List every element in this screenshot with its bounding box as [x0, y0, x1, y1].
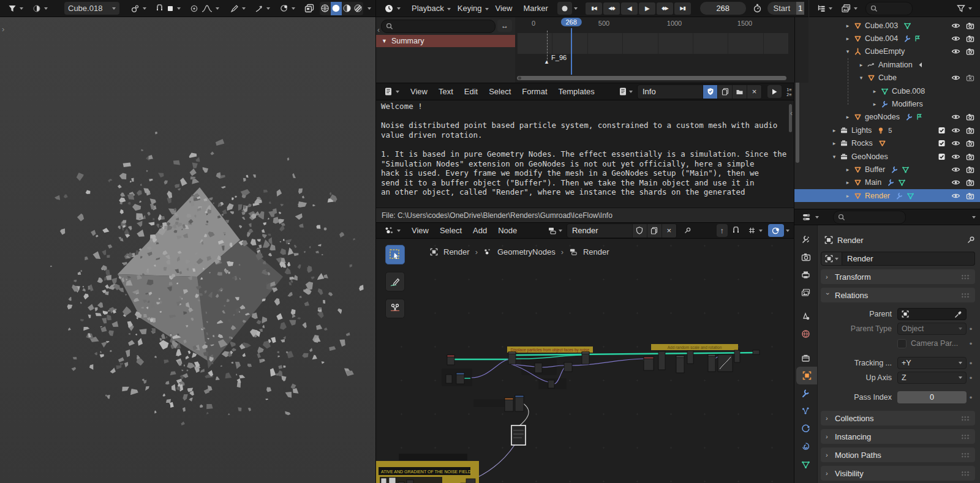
- menu-format[interactable]: Format: [516, 84, 552, 100]
- playhead-line[interactable]: [571, 28, 572, 75]
- annotate-tool[interactable]: [385, 272, 405, 291]
- auto-key-record-button[interactable]: [557, 2, 572, 15]
- menu-marker[interactable]: Marker: [518, 1, 553, 17]
- line-numbers-toggle-icon[interactable]: 1≡2≡: [786, 87, 794, 97]
- collection-checkbox[interactable]: [937, 140, 947, 147]
- outliner-row-geonodes[interactable]: ▸geoNodes: [794, 111, 980, 124]
- timeline-editor-type-button[interactable]: [380, 2, 404, 15]
- hide-viewport-eye-toggle[interactable]: [951, 127, 961, 134]
- nodetree-name-field[interactable]: Render: [567, 226, 632, 235]
- parent-object-field[interactable]: [897, 308, 967, 320]
- go-to-parent-button[interactable]: ↑: [717, 224, 728, 237]
- properties-options-chevron[interactable]: [972, 216, 976, 219]
- shading-material-button[interactable]: [342, 2, 353, 15]
- play-reverse-button[interactable]: ◀: [621, 2, 638, 15]
- tab-world[interactable]: [794, 325, 817, 343]
- breadcrumb-item[interactable]: Render: [443, 247, 470, 256]
- select-arrow-dropdown[interactable]: [251, 2, 274, 15]
- text-scrollbar[interactable]: [789, 104, 792, 132]
- disable-render-camera-toggle[interactable]: [965, 192, 975, 200]
- hide-viewport-eye-toggle[interactable]: [951, 179, 961, 186]
- hide-viewport-eye-toggle[interactable]: [951, 140, 961, 147]
- shading-wireframe-button[interactable]: [320, 2, 331, 15]
- copy-datablock-button[interactable]: [717, 85, 732, 99]
- current-frame-field[interactable]: 268: [700, 2, 746, 15]
- snap-toggle[interactable]: [152, 2, 184, 15]
- outliner-editor-type-button[interactable]: [813, 2, 836, 15]
- expand-channels-button[interactable]: ↔: [497, 20, 512, 32]
- text-editor-type-button[interactable]: [380, 85, 403, 98]
- pin-icon[interactable]: [967, 236, 975, 244]
- outliner-row-cube.004[interactable]: ▸Cube.004: [794, 32, 980, 45]
- snap-mode-dropdown[interactable]: [744, 224, 766, 237]
- prev-keyframe-button[interactable]: ◀◆: [603, 2, 620, 15]
- panel-collections[interactable]: ›Collections: [821, 411, 975, 425]
- panel-visibility[interactable]: ›Visibility: [821, 466, 975, 481]
- hide-viewport-eye-toggle[interactable]: [951, 153, 961, 160]
- keying-set-chevron[interactable]: [574, 7, 578, 10]
- marker-triangle[interactable]: ▲: [544, 59, 549, 65]
- panel-drag-grip[interactable]: [961, 434, 970, 440]
- viewport-3d[interactable]: Cube.018: [0, 0, 375, 483]
- up-axis-dropdown[interactable]: Z: [897, 372, 967, 384]
- overlays-chevron[interactable]: [786, 230, 790, 232]
- shading-solid-button[interactable]: [331, 2, 342, 15]
- disable-render-camera-toggle[interactable]: [965, 153, 975, 160]
- node-graph[interactable]: Displace particles from object faces by …: [376, 239, 794, 483]
- expander-icon[interactable]: ▾: [857, 75, 865, 81]
- menu-keying[interactable]: Keying: [452, 1, 488, 17]
- expander-icon[interactable]: ▸: [870, 101, 879, 107]
- object-id-dropdown[interactable]: [821, 252, 842, 266]
- outliner-row-animation[interactable]: ▸Animation: [794, 58, 980, 71]
- panel-relations[interactable]: ›Relations: [821, 288, 975, 302]
- run-script-button[interactable]: [767, 85, 782, 98]
- disable-render-camera-toggle[interactable]: [965, 127, 975, 134]
- tab-collection[interactable]: [794, 349, 817, 367]
- selected-node[interactable]: [511, 425, 526, 445]
- expander-icon[interactable]: ▸: [857, 62, 865, 68]
- timeline-scrollbar[interactable]: [517, 76, 786, 80]
- panel-drag-grip[interactable]: [961, 452, 970, 458]
- disable-render-camera-toggle[interactable]: [965, 140, 975, 147]
- editor-type-button[interactable]: [4, 2, 27, 15]
- outliner-row-cubeempty[interactable]: ▾CubeEmpty: [794, 45, 980, 58]
- menu-text[interactable]: Text: [433, 84, 459, 100]
- text-datablock-chevron[interactable]: [629, 91, 633, 93]
- menu-add[interactable]: Add: [467, 223, 492, 239]
- active-object-selector[interactable]: Cube.018: [64, 2, 119, 15]
- breadcrumb-item[interactable]: GeometryNodes: [497, 247, 556, 256]
- tab-tool[interactable]: [794, 230, 817, 248]
- channel-search-input[interactable]: [381, 20, 496, 33]
- hide-viewport-eye-toggle[interactable]: [951, 113, 961, 121]
- disable-render-camera-toggle[interactable]: [965, 74, 975, 81]
- disable-render-camera-toggle[interactable]: [965, 166, 975, 173]
- disable-render-camera-toggle[interactable]: [965, 113, 975, 121]
- links-cut-tool[interactable]: [385, 299, 405, 318]
- menu-select[interactable]: Select: [434, 223, 467, 239]
- frame-start-field[interactable]: Start 1: [767, 2, 804, 15]
- expander-icon[interactable]: ▸: [830, 127, 839, 133]
- pin-icon[interactable]: [684, 227, 692, 234]
- mode-dropdown[interactable]: [29, 2, 51, 15]
- outliner-row-render[interactable]: ▸Render: [794, 189, 980, 202]
- hide-viewport-eye-toggle[interactable]: [951, 22, 961, 29]
- display-mode-dropdown[interactable]: [838, 2, 861, 15]
- eyedropper-icon[interactable]: [954, 310, 962, 318]
- next-keyframe-button[interactable]: ◆▶: [657, 2, 673, 15]
- filter-dropdown[interactable]: [953, 2, 976, 15]
- nodetree-chevron[interactable]: [559, 230, 562, 232]
- expander-icon[interactable]: ▾: [843, 48, 852, 54]
- expander-icon[interactable]: ▸: [843, 23, 852, 29]
- menu-view[interactable]: View: [406, 223, 434, 239]
- tab-scene[interactable]: [794, 307, 817, 325]
- expander-icon[interactable]: ▸: [843, 36, 852, 42]
- expander-icon[interactable]: ▸: [843, 179, 852, 185]
- playhead-frame-chip[interactable]: 268: [560, 18, 581, 26]
- menu-edit[interactable]: Edit: [459, 84, 483, 100]
- outliner-row-geonodes[interactable]: ▾GeoNodes: [794, 150, 980, 163]
- panel-drag-grip[interactable]: [961, 293, 970, 298]
- disable-render-camera-toggle[interactable]: [965, 35, 975, 42]
- annotate-pen-dropdown[interactable]: [227, 2, 249, 15]
- menu-select[interactable]: Select: [483, 84, 516, 100]
- menu-templates[interactable]: Templates: [553, 84, 600, 100]
